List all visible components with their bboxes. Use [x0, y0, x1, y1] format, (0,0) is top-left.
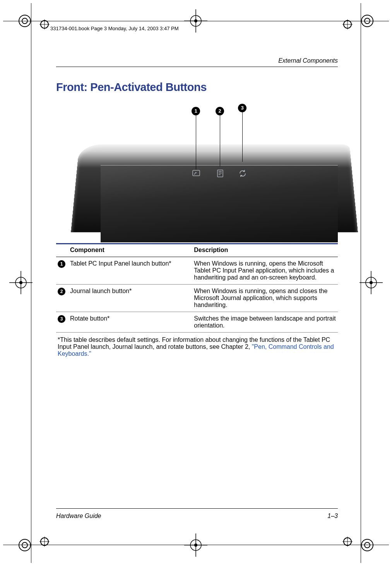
callout-bubble: 3 [238, 104, 246, 112]
table-header-component: Component [68, 244, 192, 257]
description-cell: When Windows is running, opens the Micro… [192, 257, 338, 285]
svg-rect-38 [217, 170, 223, 177]
table-row: 2 Journal launch button* When Windows is… [56, 285, 338, 312]
table-footnote-row: *This table describes default settings. … [56, 333, 338, 361]
svg-point-1 [22, 18, 27, 24]
svg-point-6 [22, 542, 27, 548]
callout-2: 2 [216, 107, 224, 166]
table-header-description: Description [192, 244, 338, 257]
registration-mark-icon [16, 537, 33, 554]
component-cell: Tablet PC Input Panel launch button* [68, 257, 192, 285]
row-number-badge: 1 [58, 260, 65, 268]
row-number-badge: 2 [58, 288, 65, 295]
callout-bubble: 2 [216, 107, 224, 115]
table-row: 1 Tablet PC Input Panel launch button* W… [56, 257, 338, 285]
registration-mark-icon [359, 537, 376, 554]
callout-leader-line [196, 115, 196, 170]
svg-point-12 [19, 281, 22, 284]
row-number-badge: 3 [58, 315, 65, 323]
crosshair-icon [184, 533, 207, 557]
input-panel-icon [192, 169, 201, 178]
svg-point-5 [19, 539, 31, 551]
page-footer: Hardware Guide 1–3 [56, 508, 338, 520]
running-head-rule [56, 67, 338, 67]
svg-point-3 [361, 15, 373, 27]
svg-point-20 [194, 19, 197, 22]
rotate-icon [238, 169, 247, 178]
crosshair-icon [184, 9, 207, 33]
print-guide-icon [39, 536, 50, 547]
table-row: 3 Rotate button* Switches the image betw… [56, 312, 338, 333]
callout-leader-line [220, 115, 220, 166]
product-figure: 1 2 3 [56, 104, 338, 228]
description-cell: When Windows is running, opens and close… [192, 285, 338, 312]
callout-3: 3 [238, 104, 246, 162]
page: 331734-001.book Page 3 Monday, July 14, … [0, 0, 392, 566]
print-guide-icon [39, 19, 50, 30]
callout-1: 1 [192, 107, 200, 170]
table-header-blank [56, 244, 68, 257]
svg-point-8 [365, 542, 370, 548]
footer-rule [56, 508, 338, 509]
crosshair-icon [359, 271, 383, 294]
callout-bubble: 1 [192, 107, 200, 115]
svg-point-7 [361, 539, 373, 551]
print-guide-icon [342, 536, 353, 547]
svg-point-16 [370, 281, 373, 284]
registration-mark-icon [16, 12, 33, 29]
print-guide-icon [342, 19, 353, 30]
running-head: External Components [56, 57, 338, 64]
description-cell: Switches the image between landscape and… [192, 312, 338, 333]
components-table: Component Description 1 Tablet PC Input … [56, 243, 338, 360]
journal-icon [216, 169, 225, 178]
svg-point-24 [194, 544, 197, 547]
footer-left: Hardware Guide [56, 513, 101, 520]
svg-point-4 [365, 18, 370, 24]
page-content: External Components Front: Pen-Activated… [56, 57, 338, 520]
component-cell: Rotate button* [68, 312, 192, 333]
crosshair-icon [9, 271, 33, 294]
printer-header-text: 331734-001.book Page 3 Monday, July 14, … [50, 26, 179, 31]
section-title: Front: Pen-Activated Buttons [56, 81, 338, 94]
registration-mark-icon [359, 12, 376, 29]
component-cell: Journal launch button* [68, 285, 192, 312]
footer-right: 1–3 [327, 513, 338, 520]
callout-leader-line [242, 112, 243, 162]
